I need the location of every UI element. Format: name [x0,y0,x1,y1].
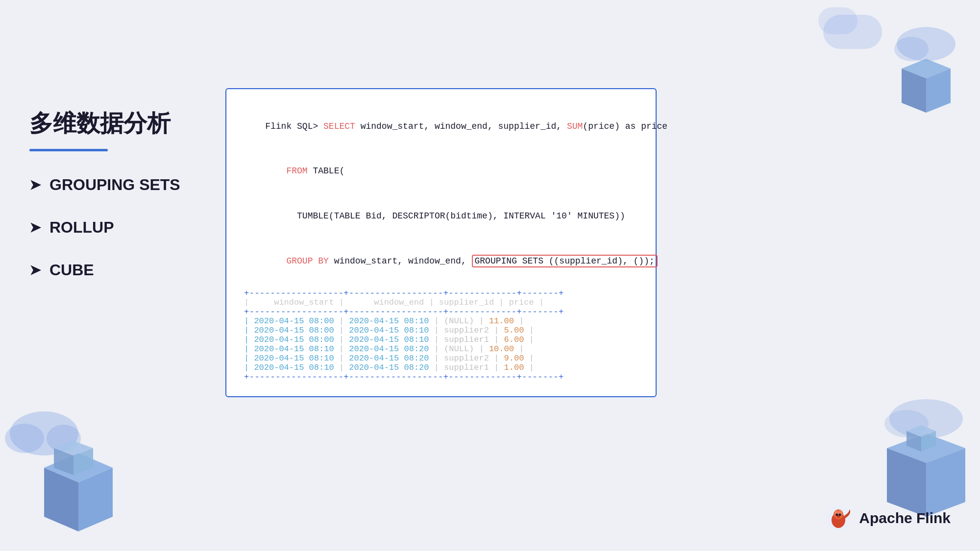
label-grouping-sets: GROUPING SETS [49,176,180,194]
row6-sep3: | [494,363,499,372]
row3-col1: | 2020-04-15 08:00 [244,335,334,344]
row2-sep3: | [494,326,499,335]
flink-logo: Apache Flink [825,504,951,531]
code-groupby-kw: GROUP BY [286,256,328,266]
row5-col1: | 2020-04-15 08:10 [244,354,334,363]
code-sum-kw: SUM [567,121,583,131]
table-row-4: | 2020-04-15 08:10 | 2020-04-15 08:20 | … [244,344,638,354]
code-tumble: TUMBLE(TABLE Bid, DESCRIPTOR(bidtime), I… [265,211,625,221]
row4-col2: 2020-04-15 08:20 [349,344,429,354]
bullet-list: ➤ GROUPING SETS ➤ ROLLUP ➤ CUBE [29,176,216,279]
row5-sep4: | [529,354,534,363]
row2-sep2: | [434,326,439,335]
row3-col4: 6.00 [504,335,524,344]
row3-sep4: | [529,335,534,344]
row6-col3: supplier1 [444,363,489,372]
cloud-decoration-tr2 [818,7,858,34]
code-line-4: GROUP BY window_start, window_end, GROUP… [244,239,638,284]
svg-point-1 [5,424,44,453]
table-row-6: | 2020-04-15 08:10 | 2020-04-15 08:20 | … [244,363,638,372]
row2-col1: | 2020-04-15 08:00 [244,326,334,335]
row3-sep1: | [339,335,344,344]
table-header: | window_start | window_end | supplier_i… [244,298,638,307]
code-line-2: FROM TABLE( [244,149,638,194]
left-panel: 多维数据分析 ➤ GROUPING SETS ➤ ROLLUP ➤ CUBE [29,108,216,279]
row5-sep1: | [339,354,344,363]
row6-sep1: | [339,363,344,372]
row2-col2: 2020-04-15 08:10 [349,326,429,335]
row1-sep3: | [479,316,484,326]
bullet-item-rollup: ➤ ROLLUP [29,218,216,237]
row4-sep4: | [519,344,524,354]
code-groupby-cols: window_start, window_end, [329,256,472,266]
blue-underline [29,149,108,151]
label-cube: CUBE [49,261,94,279]
code-sum-args: (price) as price [583,121,667,131]
row6-sep2: | [434,363,439,372]
row3-sep3: | [494,335,499,344]
row4-sep2: | [434,344,439,354]
svg-point-27 [836,514,838,516]
bullet-item-grouping-sets: ➤ GROUPING SETS [29,176,216,194]
flink-logo-icon [825,504,852,531]
row1-sep1: | [339,316,344,326]
row3-col2: 2020-04-15 08:10 [349,335,429,344]
code-select-kw: SELECT [323,121,355,131]
row6-col2: 2020-04-15 08:20 [349,363,429,372]
code-grouping-sets-text: GROUPING SETS ((supplier_id), ()); [475,256,655,266]
row4-sep3: | [479,344,484,354]
code-prefix: Flink SQL> [265,121,323,131]
row4-col3: (NULL) [444,344,474,354]
row3-sep2: | [434,335,439,344]
arrow-icon-3: ➤ [29,262,41,278]
row1-col3: (NULL) [444,316,474,326]
row5-col3: supplier2 [444,354,489,363]
code-line-3: TUMBLE(TABLE Bid, DESCRIPTOR(bidtime), I… [244,194,638,239]
code-from-rest: TABLE( [308,166,345,176]
code-grouping-sets-highlight: GROUPING SETS ((supplier_id), ()); [472,255,658,267]
row5-col2: 2020-04-15 08:20 [349,354,429,363]
row4-col4: 10.00 [489,344,514,354]
row6-sep4: | [529,363,534,372]
table-divider-bottom: +------------------+------------------+-… [244,372,638,382]
row5-sep3: | [494,354,499,363]
row2-col4: 5.00 [504,326,524,335]
row1-col2: 2020-04-15 08:10 [349,316,429,326]
row6-col4: 1.00 [504,363,524,372]
arrow-icon-2: ➤ [29,219,41,236]
row2-sep1: | [339,326,344,335]
code-from-kw: FROM [286,166,307,176]
flink-logo-text: Apache Flink [859,510,951,527]
svg-point-29 [837,516,840,518]
code-panel: Flink SQL> SELECT window_start, window_e… [225,88,657,397]
table-row-1: | 2020-04-15 08:00 | 2020-04-15 08:10 | … [244,316,638,326]
table-row-2: | 2020-04-15 08:00 | 2020-04-15 08:10 | … [244,326,638,335]
section-title: 多维数据分析 [29,108,216,139]
row3-col3: supplier1 [444,335,489,344]
table-divider-mid: +------------------+------------------+-… [244,307,638,316]
row4-col1: | 2020-04-15 08:10 [244,344,334,354]
decoration-cube-left [0,404,127,551]
row1-col1: | 2020-04-15 08:00 [244,316,334,326]
bullet-item-cube: ➤ CUBE [29,261,216,279]
row2-sep4: | [529,326,534,335]
code-select-cols: window_start, window_end, supplier_id, [355,121,567,131]
label-rollup: ROLLUP [49,218,114,237]
decoration-cube-right-top [872,24,970,122]
table-row-3: | 2020-04-15 08:00 | 2020-04-15 08:10 | … [244,335,638,344]
table-row-5: | 2020-04-15 08:10 | 2020-04-15 08:20 | … [244,354,638,363]
row4-sep1: | [339,344,344,354]
table-output: +------------------+------------------+-… [244,288,638,382]
row1-sep4: | [519,316,524,326]
svg-point-28 [839,514,841,516]
row2-col3: supplier2 [444,326,489,335]
row6-col1: | 2020-04-15 08:10 [244,363,334,372]
row5-col4: 9.00 [504,354,524,363]
arrow-icon-1: ➤ [29,177,41,193]
row1-sep2: | [434,316,439,326]
code-line-1: Flink SQL> SELECT window_start, window_e… [244,104,638,149]
row1-col4: 11.00 [489,316,514,326]
decoration-cube-right-bottom [862,394,980,522]
row5-sep2: | [434,354,439,363]
table-divider-top: +------------------+------------------+-… [244,288,638,298]
